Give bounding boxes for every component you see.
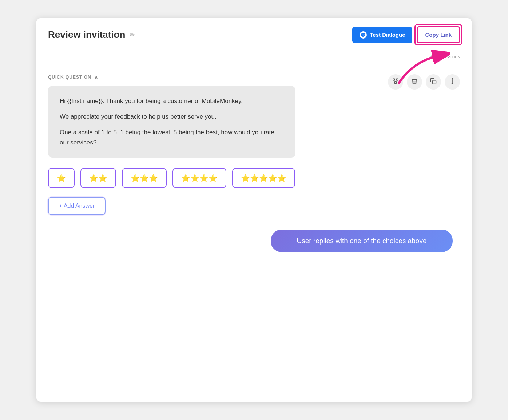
copy-link-wrapper: Copy Link: [417, 26, 460, 43]
star-4-button[interactable]: ⭐⭐⭐⭐: [172, 168, 226, 188]
page-title: Review invitation: [48, 29, 125, 40]
header-left: Review invitation ✏: [48, 29, 135, 40]
message-part1: Hi {{first name}}. Thank you for being a…: [60, 96, 284, 106]
message-part3: One a scale of 1 to 5, 1 being the lowes…: [60, 127, 284, 147]
star-2-button[interactable]: ⭐⭐: [80, 168, 116, 188]
impressions-bar: 0 Impressions: [36, 50, 472, 63]
star-5-button[interactable]: ⭐⭐⭐⭐⭐: [232, 168, 295, 188]
copy-icon: [430, 78, 437, 86]
add-answer-button[interactable]: + Add Answer: [48, 197, 106, 215]
diagram-icon-button[interactable]: [388, 74, 403, 90]
user-replies-bar: User replies with one of the choices abo…: [48, 230, 460, 252]
copy-link-button[interactable]: Copy Link: [417, 26, 460, 43]
star-options: ⭐ ⭐⭐ ⭐⭐⭐ ⭐⭐⭐⭐ ⭐⭐⭐⭐⭐: [48, 168, 460, 188]
chevron-up-icon: ∧: [94, 74, 98, 80]
page-container: Review invitation ✏ Test Dialogue Copy L…: [36, 18, 472, 402]
impressions-text: 0 Impressions: [430, 54, 460, 59]
edit-icon[interactable]: ✏: [130, 31, 135, 39]
svg-rect-1: [393, 79, 395, 80]
svg-rect-2: [396, 79, 398, 80]
test-dialogue-label: Test Dialogue: [370, 32, 405, 38]
chat-bubble: Hi {{first name}}. Thank you for being a…: [48, 86, 295, 158]
star-3-button[interactable]: ⭐⭐⭐: [122, 168, 167, 188]
diagram-icon: [392, 78, 399, 86]
user-replies-button[interactable]: User replies with one of the choices abo…: [271, 230, 453, 252]
svg-rect-3: [395, 82, 397, 84]
toolbar-icons: [388, 74, 460, 90]
move-icon-button[interactable]: [445, 74, 460, 90]
trash-icon: [411, 78, 418, 86]
header: Review invitation ✏ Test Dialogue Copy L…: [36, 18, 472, 50]
message-part2: We appreciate your feedback to help us b…: [60, 112, 284, 122]
messenger-icon: [360, 31, 367, 39]
trash-icon-button[interactable]: [407, 74, 422, 90]
test-dialogue-button[interactable]: Test Dialogue: [352, 27, 412, 43]
star-1-button[interactable]: ⭐: [48, 168, 75, 188]
svg-rect-8: [433, 80, 436, 84]
main-content: QUICK QUESTION ∧ Hi {{first name}}. Than…: [36, 63, 472, 263]
move-icon: [449, 78, 456, 86]
copy-icon-button[interactable]: [426, 74, 441, 90]
header-right: Test Dialogue Copy Link: [352, 26, 460, 43]
